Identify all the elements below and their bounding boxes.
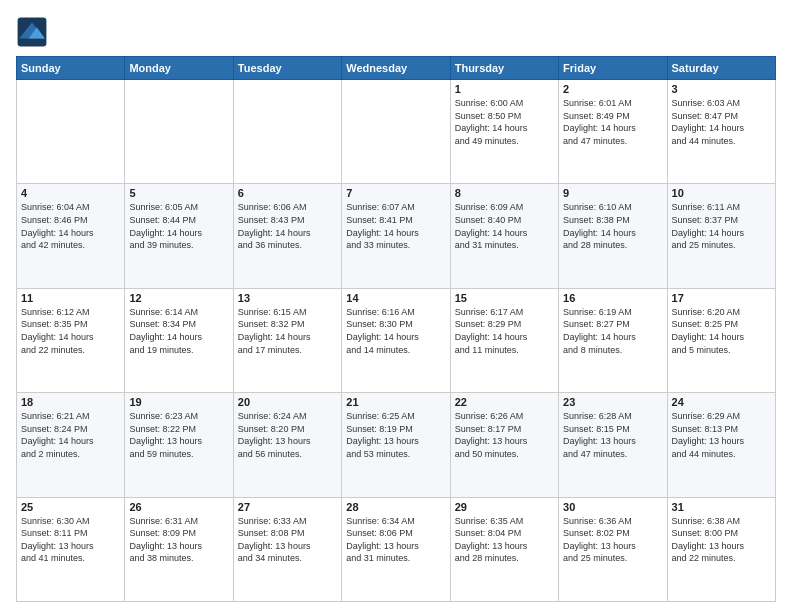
calendar-week-row: 25Sunrise: 6:30 AM Sunset: 8:11 PM Dayli…: [17, 497, 776, 601]
weekday-header: Sunday: [17, 57, 125, 80]
day-number: 16: [563, 292, 662, 304]
calendar-week-row: 1Sunrise: 6:00 AM Sunset: 8:50 PM Daylig…: [17, 80, 776, 184]
day-number: 21: [346, 396, 445, 408]
calendar-day-cell: 24Sunrise: 6:29 AM Sunset: 8:13 PM Dayli…: [667, 393, 775, 497]
day-number: 12: [129, 292, 228, 304]
calendar-day-cell: 8Sunrise: 6:09 AM Sunset: 8:40 PM Daylig…: [450, 184, 558, 288]
calendar-day-cell: 29Sunrise: 6:35 AM Sunset: 8:04 PM Dayli…: [450, 497, 558, 601]
day-number: 15: [455, 292, 554, 304]
weekday-header: Monday: [125, 57, 233, 80]
calendar-day-cell: 17Sunrise: 6:20 AM Sunset: 8:25 PM Dayli…: [667, 288, 775, 392]
calendar-day-cell: 18Sunrise: 6:21 AM Sunset: 8:24 PM Dayli…: [17, 393, 125, 497]
day-info: Sunrise: 6:11 AM Sunset: 8:37 PM Dayligh…: [672, 201, 771, 251]
day-number: 27: [238, 501, 337, 513]
calendar-day-cell: 30Sunrise: 6:36 AM Sunset: 8:02 PM Dayli…: [559, 497, 667, 601]
calendar-week-row: 18Sunrise: 6:21 AM Sunset: 8:24 PM Dayli…: [17, 393, 776, 497]
day-info: Sunrise: 6:36 AM Sunset: 8:02 PM Dayligh…: [563, 515, 662, 565]
day-number: 22: [455, 396, 554, 408]
day-info: Sunrise: 6:05 AM Sunset: 8:44 PM Dayligh…: [129, 201, 228, 251]
calendar-day-cell: 20Sunrise: 6:24 AM Sunset: 8:20 PM Dayli…: [233, 393, 341, 497]
calendar-day-cell: 1Sunrise: 6:00 AM Sunset: 8:50 PM Daylig…: [450, 80, 558, 184]
calendar-day-cell: 11Sunrise: 6:12 AM Sunset: 8:35 PM Dayli…: [17, 288, 125, 392]
logo-icon: [16, 16, 48, 48]
day-info: Sunrise: 6:19 AM Sunset: 8:27 PM Dayligh…: [563, 306, 662, 356]
day-info: Sunrise: 6:35 AM Sunset: 8:04 PM Dayligh…: [455, 515, 554, 565]
calendar-day-cell: 25Sunrise: 6:30 AM Sunset: 8:11 PM Dayli…: [17, 497, 125, 601]
day-number: 17: [672, 292, 771, 304]
day-number: 31: [672, 501, 771, 513]
day-info: Sunrise: 6:09 AM Sunset: 8:40 PM Dayligh…: [455, 201, 554, 251]
day-number: 25: [21, 501, 120, 513]
calendar-table: SundayMondayTuesdayWednesdayThursdayFrid…: [16, 56, 776, 602]
day-info: Sunrise: 6:10 AM Sunset: 8:38 PM Dayligh…: [563, 201, 662, 251]
day-number: 10: [672, 187, 771, 199]
calendar-week-row: 11Sunrise: 6:12 AM Sunset: 8:35 PM Dayli…: [17, 288, 776, 392]
day-info: Sunrise: 6:15 AM Sunset: 8:32 PM Dayligh…: [238, 306, 337, 356]
logo: [16, 16, 52, 48]
calendar-week-row: 4Sunrise: 6:04 AM Sunset: 8:46 PM Daylig…: [17, 184, 776, 288]
calendar-day-cell: 13Sunrise: 6:15 AM Sunset: 8:32 PM Dayli…: [233, 288, 341, 392]
calendar-day-cell: 16Sunrise: 6:19 AM Sunset: 8:27 PM Dayli…: [559, 288, 667, 392]
weekday-header: Wednesday: [342, 57, 450, 80]
day-number: 4: [21, 187, 120, 199]
calendar-day-cell: 5Sunrise: 6:05 AM Sunset: 8:44 PM Daylig…: [125, 184, 233, 288]
weekday-header: Tuesday: [233, 57, 341, 80]
day-info: Sunrise: 6:20 AM Sunset: 8:25 PM Dayligh…: [672, 306, 771, 356]
day-info: Sunrise: 6:26 AM Sunset: 8:17 PM Dayligh…: [455, 410, 554, 460]
day-number: 20: [238, 396, 337, 408]
calendar-day-cell: [17, 80, 125, 184]
calendar-day-cell: 21Sunrise: 6:25 AM Sunset: 8:19 PM Dayli…: [342, 393, 450, 497]
calendar-day-cell: 26Sunrise: 6:31 AM Sunset: 8:09 PM Dayli…: [125, 497, 233, 601]
calendar-day-cell: 12Sunrise: 6:14 AM Sunset: 8:34 PM Dayli…: [125, 288, 233, 392]
day-number: 2: [563, 83, 662, 95]
day-info: Sunrise: 6:31 AM Sunset: 8:09 PM Dayligh…: [129, 515, 228, 565]
day-info: Sunrise: 6:14 AM Sunset: 8:34 PM Dayligh…: [129, 306, 228, 356]
day-number: 30: [563, 501, 662, 513]
weekday-row: SundayMondayTuesdayWednesdayThursdayFrid…: [17, 57, 776, 80]
calendar-header: SundayMondayTuesdayWednesdayThursdayFrid…: [17, 57, 776, 80]
calendar-day-cell: 27Sunrise: 6:33 AM Sunset: 8:08 PM Dayli…: [233, 497, 341, 601]
day-info: Sunrise: 6:03 AM Sunset: 8:47 PM Dayligh…: [672, 97, 771, 147]
day-number: 29: [455, 501, 554, 513]
day-info: Sunrise: 6:24 AM Sunset: 8:20 PM Dayligh…: [238, 410, 337, 460]
day-info: Sunrise: 6:29 AM Sunset: 8:13 PM Dayligh…: [672, 410, 771, 460]
day-info: Sunrise: 6:25 AM Sunset: 8:19 PM Dayligh…: [346, 410, 445, 460]
day-info: Sunrise: 6:00 AM Sunset: 8:50 PM Dayligh…: [455, 97, 554, 147]
day-number: 13: [238, 292, 337, 304]
day-info: Sunrise: 6:04 AM Sunset: 8:46 PM Dayligh…: [21, 201, 120, 251]
day-number: 18: [21, 396, 120, 408]
day-info: Sunrise: 6:38 AM Sunset: 8:00 PM Dayligh…: [672, 515, 771, 565]
calendar-day-cell: 28Sunrise: 6:34 AM Sunset: 8:06 PM Dayli…: [342, 497, 450, 601]
calendar-day-cell: [233, 80, 341, 184]
day-info: Sunrise: 6:17 AM Sunset: 8:29 PM Dayligh…: [455, 306, 554, 356]
day-number: 11: [21, 292, 120, 304]
weekday-header: Saturday: [667, 57, 775, 80]
day-number: 19: [129, 396, 228, 408]
calendar-day-cell: 10Sunrise: 6:11 AM Sunset: 8:37 PM Dayli…: [667, 184, 775, 288]
day-info: Sunrise: 6:06 AM Sunset: 8:43 PM Dayligh…: [238, 201, 337, 251]
calendar-body: 1Sunrise: 6:00 AM Sunset: 8:50 PM Daylig…: [17, 80, 776, 602]
day-number: 7: [346, 187, 445, 199]
day-info: Sunrise: 6:28 AM Sunset: 8:15 PM Dayligh…: [563, 410, 662, 460]
day-info: Sunrise: 6:21 AM Sunset: 8:24 PM Dayligh…: [21, 410, 120, 460]
day-info: Sunrise: 6:33 AM Sunset: 8:08 PM Dayligh…: [238, 515, 337, 565]
day-info: Sunrise: 6:34 AM Sunset: 8:06 PM Dayligh…: [346, 515, 445, 565]
day-info: Sunrise: 6:01 AM Sunset: 8:49 PM Dayligh…: [563, 97, 662, 147]
day-info: Sunrise: 6:30 AM Sunset: 8:11 PM Dayligh…: [21, 515, 120, 565]
day-number: 28: [346, 501, 445, 513]
calendar-day-cell: 4Sunrise: 6:04 AM Sunset: 8:46 PM Daylig…: [17, 184, 125, 288]
page: SundayMondayTuesdayWednesdayThursdayFrid…: [0, 0, 792, 612]
calendar-day-cell: 9Sunrise: 6:10 AM Sunset: 8:38 PM Daylig…: [559, 184, 667, 288]
day-number: 8: [455, 187, 554, 199]
calendar-day-cell: 7Sunrise: 6:07 AM Sunset: 8:41 PM Daylig…: [342, 184, 450, 288]
day-info: Sunrise: 6:07 AM Sunset: 8:41 PM Dayligh…: [346, 201, 445, 251]
day-number: 3: [672, 83, 771, 95]
day-number: 5: [129, 187, 228, 199]
calendar-day-cell: 22Sunrise: 6:26 AM Sunset: 8:17 PM Dayli…: [450, 393, 558, 497]
weekday-header: Thursday: [450, 57, 558, 80]
calendar-day-cell: [342, 80, 450, 184]
calendar-day-cell: [125, 80, 233, 184]
day-number: 24: [672, 396, 771, 408]
day-info: Sunrise: 6:16 AM Sunset: 8:30 PM Dayligh…: [346, 306, 445, 356]
calendar-day-cell: 15Sunrise: 6:17 AM Sunset: 8:29 PM Dayli…: [450, 288, 558, 392]
